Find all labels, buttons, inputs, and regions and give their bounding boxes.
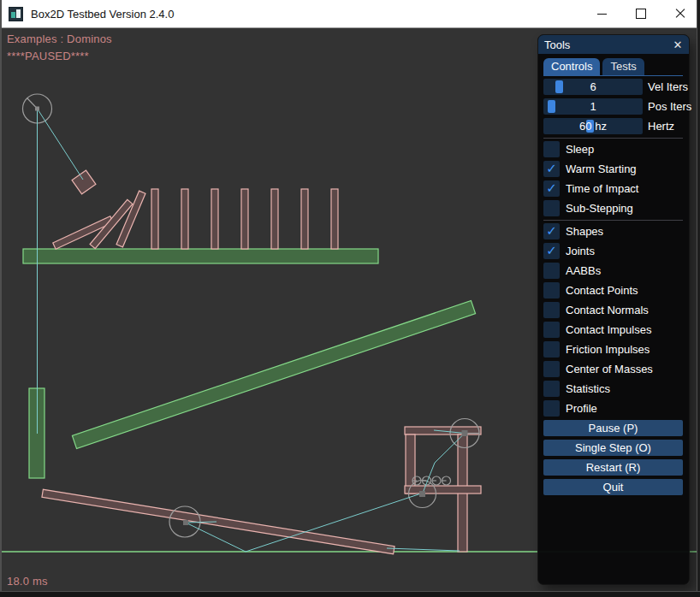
shapes-checkbox[interactable]: ✓: [543, 223, 560, 239]
check-icon: ✓: [546, 160, 557, 176]
seesaw-plank: [42, 489, 394, 553]
center-of-masses-checkbox[interactable]: ✓: [543, 361, 560, 377]
app-icon: [9, 7, 23, 21]
suspended-box: [72, 170, 96, 194]
contact-normals-label: Contact Normals: [566, 304, 649, 316]
window-border-right[interactable]: [697, 0, 700, 597]
aabbs-label: AABBs: [566, 264, 601, 277]
joint-anchors: [35, 107, 468, 526]
check-icon: ✓: [546, 180, 557, 196]
domino-fallen-3: [116, 191, 145, 247]
check-row-contact-normals: ✓ Contact Normals: [543, 302, 683, 318]
slider-row-hertz: 60 hz Hertz: [543, 118, 683, 134]
domino-1: [151, 189, 158, 249]
sleep-label: Sleep: [566, 143, 594, 156]
warm-starting-label: Warm Starting: [566, 163, 637, 175]
check-row-time-of-impact: ✓ Time of Impact: [543, 180, 683, 197]
hertz-slider[interactable]: 60 hz: [543, 118, 643, 134]
check-row-sleep: ✓ Sleep: [543, 141, 683, 157]
tab-controls[interactable]: Controls: [543, 58, 600, 75]
check-row-center-of-masses: ✓ Center of Masses: [543, 361, 683, 377]
maximize-icon: [636, 9, 646, 19]
joints-label: Joints: [566, 245, 595, 257]
domino-3: [211, 189, 218, 249]
contact-points-checkbox[interactable]: ✓: [543, 282, 560, 298]
vel-iters-label: Vel Iters: [648, 80, 688, 93]
slider-row-pos-iters: 1 Pos Iters: [543, 98, 683, 115]
warm-starting-checkbox[interactable]: ✓: [543, 161, 560, 177]
quit-button[interactable]: Quit: [543, 479, 683, 495]
statistics-label: Statistics: [566, 382, 610, 395]
panel-close-icon[interactable]: ✕: [671, 38, 685, 51]
minimize-icon: [597, 14, 607, 15]
check-row-joints: ✓ Joints: [543, 243, 683, 259]
domino-4: [241, 189, 248, 249]
joint-line-to-box: [38, 109, 84, 180]
tools-panel-title: Tools: [544, 38, 570, 51]
pos-iters-slider[interactable]: 1: [543, 98, 643, 115]
vel-iters-slider[interactable]: 6: [543, 79, 643, 95]
anchor-pivot: [183, 520, 188, 525]
check-row-aabbs: ✓ AABBs: [543, 263, 683, 279]
minimize-button[interactable]: [582, 0, 621, 27]
shelf: [23, 249, 378, 263]
dynamic-bodies: [42, 170, 481, 554]
caption-buttons: [582, 0, 700, 27]
domino-7: [331, 189, 338, 249]
statistics-checkbox[interactable]: ✓: [543, 381, 560, 397]
profile-label: Profile: [566, 402, 597, 415]
profile-checkbox[interactable]: ✓: [543, 400, 560, 417]
sleep-checkbox[interactable]: ✓: [543, 141, 560, 157]
box2d-testbed-window: { "window": { "title": "Box2D Testbed Ve…: [0, 0, 700, 597]
contact-impulses-label: Contact Impulses: [566, 323, 651, 336]
window-border-bottom[interactable]: [0, 591, 700, 597]
time-of-impact-label: Time of Impact: [566, 182, 638, 195]
sub-stepping-checkbox[interactable]: ✓: [543, 200, 560, 216]
check-row-contact-impulses: ✓ Contact Impulses: [543, 322, 683, 338]
window-border-left: [0, 0, 2, 597]
slider-row-vel-iters: 6 Vel Iters: [543, 79, 683, 95]
hertz-label: Hertz: [648, 120, 674, 133]
check-row-warm-starting: ✓ Warm Starting: [543, 161, 683, 177]
contact-points-label: Contact Points: [566, 284, 638, 297]
anchor-stand-top: [462, 430, 468, 436]
joints-checkbox[interactable]: ✓: [543, 243, 560, 259]
shapes-label: Shapes: [566, 225, 603, 238]
example-name-label: Examples : Dominos: [7, 33, 112, 45]
check-row-contact-points: ✓ Contact Points: [543, 282, 683, 298]
anchor-pulley: [35, 107, 39, 111]
pause-button[interactable]: Pause (P): [543, 420, 683, 436]
time-of-impact-checkbox[interactable]: ✓: [543, 180, 560, 197]
title-bar[interactable]: Box2D Testbed Version 2.4.0: [0, 0, 700, 28]
tab-underline: [543, 75, 683, 76]
paused-label: ****PAUSED****: [7, 50, 89, 62]
joint-line-along-ground: [387, 548, 460, 551]
close-icon: [675, 9, 685, 19]
close-button[interactable]: [661, 0, 700, 27]
tools-panel-body: Controls Tests 6 Vel Iters 1 Pos Iters 6…: [538, 54, 689, 495]
tools-panel-titlebar[interactable]: Tools ✕: [538, 35, 689, 54]
check-row-sub-stepping: ✓ Sub-Stepping: [543, 200, 683, 216]
tab-bar: Controls Tests: [543, 58, 683, 75]
restart-button[interactable]: Restart (R): [543, 459, 683, 476]
single-step-button[interactable]: Single Step (O): [543, 440, 683, 456]
vel-iters-value: 6: [543, 79, 643, 95]
check-icon: ✓: [546, 242, 557, 258]
separator: [543, 220, 683, 221]
window-title: Box2D Testbed Version 2.4.0: [31, 8, 174, 21]
tab-tests[interactable]: Tests: [602, 58, 644, 75]
anchor-stand-bottom: [419, 491, 425, 497]
contact-impulses-checkbox[interactable]: ✓: [543, 322, 560, 338]
center-of-masses-label: Center of Masses: [566, 363, 653, 375]
frame-time-label: 18.0 ms: [7, 575, 48, 588]
maximize-button[interactable]: [621, 0, 661, 27]
check-row-statistics: ✓ Statistics: [543, 381, 683, 397]
pos-iters-label: Pos Iters: [648, 100, 691, 113]
domino-2: [181, 189, 188, 249]
sub-stepping-label: Sub-Stepping: [566, 202, 633, 215]
aabbs-checkbox[interactable]: ✓: [543, 263, 560, 279]
check-row-friction-impulses: ✓ Friction Impulses: [543, 341, 683, 358]
tools-panel: Tools ✕ Controls Tests 6 Vel Iters 1 Pos…: [537, 34, 690, 585]
contact-normals-checkbox[interactable]: ✓: [543, 302, 560, 318]
friction-impulses-checkbox[interactable]: ✓: [543, 341, 560, 358]
